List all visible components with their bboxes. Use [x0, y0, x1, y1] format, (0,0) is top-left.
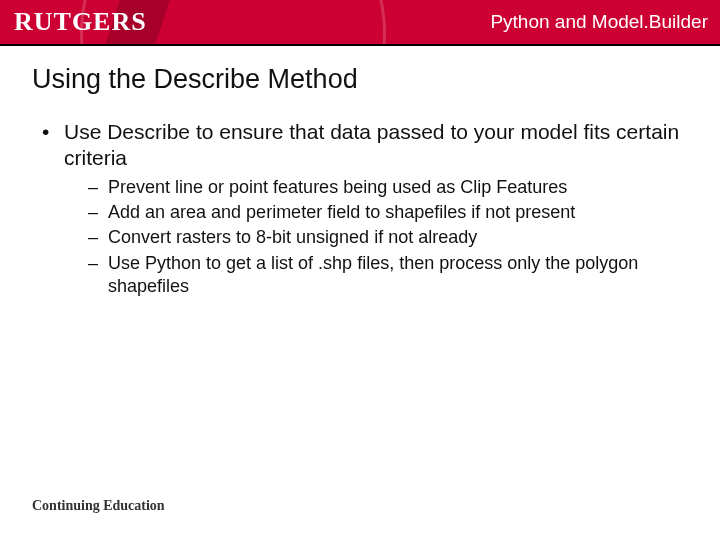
- footer-text: Continuing Education: [32, 498, 165, 514]
- bullet-item: Use Describe to ensure that data passed …: [42, 119, 688, 298]
- slide-title: Using the Describe Method: [32, 64, 688, 95]
- sub-bullet-item: Prevent line or point features being use…: [88, 176, 688, 199]
- bullet-list: Use Describe to ensure that data passed …: [32, 119, 688, 298]
- slide-header: RUTGERS Python and Model.Builder: [0, 0, 720, 44]
- sub-bullet-item: Convert rasters to 8-bit unsigned if not…: [88, 226, 688, 249]
- sub-bullet-item: Use Python to get a list of .shp files, …: [88, 252, 688, 299]
- brand-logo: RUTGERS: [14, 7, 147, 37]
- slide-content: Using the Describe Method Use Describe t…: [0, 46, 720, 298]
- slide: RUTGERS Python and Model.Builder Using t…: [0, 0, 720, 540]
- header-subject: Python and Model.Builder: [490, 11, 708, 33]
- sub-bullet-item: Add an area and perimeter field to shape…: [88, 201, 688, 224]
- bullet-text: Use Describe to ensure that data passed …: [64, 120, 679, 169]
- sub-bullet-list: Prevent line or point features being use…: [64, 176, 688, 299]
